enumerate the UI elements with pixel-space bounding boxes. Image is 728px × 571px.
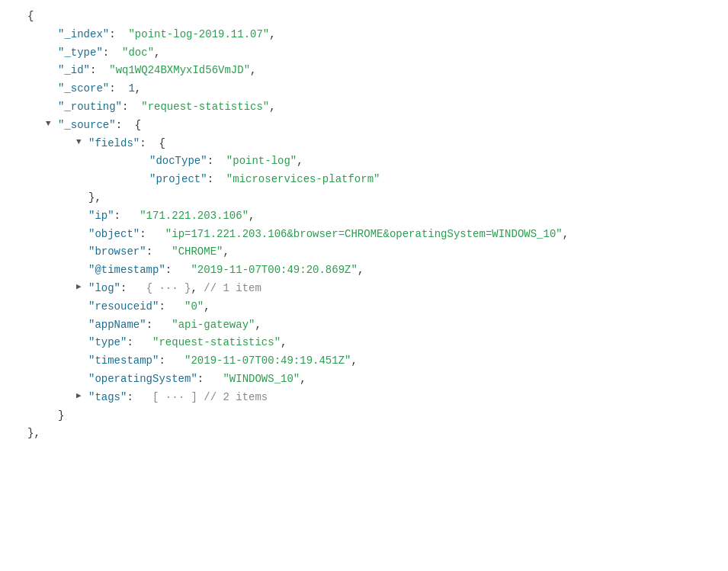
root-open-brace: { [27, 8, 34, 26]
type2-value: "request-statistics" [152, 334, 281, 352]
source-close-brace: } [58, 407, 64, 425]
type2-line: "type" : "request-statistics" , [15, 334, 713, 352]
fields-open-brace: { [159, 135, 165, 153]
root-close-brace: }, [27, 425, 40, 443]
json-viewer: { "_index" : "point-log-2019.11.07" , "_… [15, 8, 713, 443]
source-close-line: } [15, 407, 713, 425]
fields-open-line: ▼ "fields" : { [15, 135, 713, 153]
tags-key: "tags" [88, 389, 127, 407]
root-close-line: }, [15, 425, 713, 443]
browser-line: "browser" : "CHROME" , [15, 243, 713, 261]
object-line: "object" : "ip=171.221.203.106&browser=C… [15, 226, 713, 244]
source-open-brace: { [135, 117, 141, 135]
doctype-line: "docType" : "point-log" , [15, 152, 713, 171]
source-toggle[interactable]: ▼ [46, 117, 58, 131]
doctype-value: "point-log" [226, 152, 297, 171]
project-key: "project" [149, 171, 207, 189]
resouceid-line: "resouceid" : "0" , [15, 298, 713, 316]
resouceid-key: "resouceid" [88, 298, 159, 316]
fields-close-line: }, [15, 189, 713, 207]
timestamp2-line: "timestamp" : "2019-11-07T00:49:19.451Z"… [15, 352, 713, 371]
object-key: "object" [88, 226, 140, 244]
appname-line: "appName" : "api-gateway" , [15, 316, 713, 335]
fields-close-brace: }, [88, 189, 101, 207]
index-value: "point-log-2019.11.07" [128, 26, 269, 44]
source-open-line: ▼ "_source" : { [15, 117, 713, 135]
ip-key: "ip" [88, 207, 114, 226]
browser-value: "CHROME" [172, 243, 223, 261]
operatingsystem-value: "WINDOWS_10" [223, 371, 300, 389]
appname-key: "appName" [88, 316, 146, 335]
id-key: "_id" [58, 62, 90, 80]
log-collapsed: { ··· } [146, 280, 191, 298]
type2-key: "type" [88, 334, 127, 352]
timestamp2-key: "timestamp" [88, 352, 159, 371]
source-key: "_source" [58, 117, 116, 135]
index-line: "_index" : "point-log-2019.11.07" , [15, 26, 713, 44]
operatingsystem-line: "operatingSystem" : "WINDOWS_10" , [15, 371, 713, 389]
type-line: "_type" : "doc" , [15, 44, 713, 63]
ip-line: "ip" : "171.221.203.106" , [15, 207, 713, 226]
index-key: "_index" [58, 26, 109, 44]
project-line: "project" : "microservices-platform" [15, 171, 713, 189]
timestamp-key: "@timestamp" [88, 261, 165, 280]
project-value: "microservices-platform" [226, 171, 380, 189]
operatingsystem-key: "operatingSystem" [88, 371, 197, 389]
browser-key: "browser" [88, 243, 146, 261]
object-value: "ip=171.221.203.106&browser=CHROME&opera… [165, 226, 563, 244]
score-value: 1 [128, 80, 134, 98]
id-value: "wq1WQ24BXMyxId56VmJD" [109, 62, 250, 80]
fields-key: "fields" [88, 135, 140, 153]
type-value: "doc" [122, 44, 154, 63]
ip-value: "171.221.203.106" [140, 207, 249, 226]
timestamp-line: "@timestamp" : "2019-11-07T00:49:20.869Z… [15, 261, 713, 280]
log-toggle[interactable]: ▶ [76, 280, 88, 294]
fields-toggle[interactable]: ▼ [76, 135, 88, 149]
routing-value: "request-statistics" [141, 98, 269, 117]
tags-line: ▶ "tags" : [ ··· ] // 2 items [15, 389, 713, 407]
routing-line: "_routing" : "request-statistics" , [15, 98, 713, 117]
id-line: "_id" : "wq1WQ24BXMyxId56VmJD" , [15, 62, 713, 80]
routing-key: "_routing" [58, 98, 122, 117]
log-comment: // 1 item [204, 280, 261, 298]
root-open: { [15, 8, 713, 26]
appname-value: "api-gateway" [172, 316, 255, 335]
timestamp-value: "2019-11-07T00:49:20.869Z" [191, 261, 357, 280]
log-line: ▶ "log" : { ··· } , // 1 item [15, 280, 713, 298]
doctype-key: "docType" [149, 152, 207, 171]
resouceid-value: "0" [184, 298, 204, 316]
tags-comment: // 2 items [197, 389, 268, 407]
log-key: "log" [88, 280, 120, 298]
score-line: "_score" : 1 , [15, 80, 713, 98]
tags-toggle[interactable]: ▶ [76, 389, 88, 403]
type-key: "_type" [58, 44, 103, 63]
tags-collapsed: [ ··· ] [152, 389, 197, 407]
score-key: "_score" [58, 80, 109, 98]
timestamp2-value: "2019-11-07T00:49:19.451Z" [184, 352, 351, 371]
